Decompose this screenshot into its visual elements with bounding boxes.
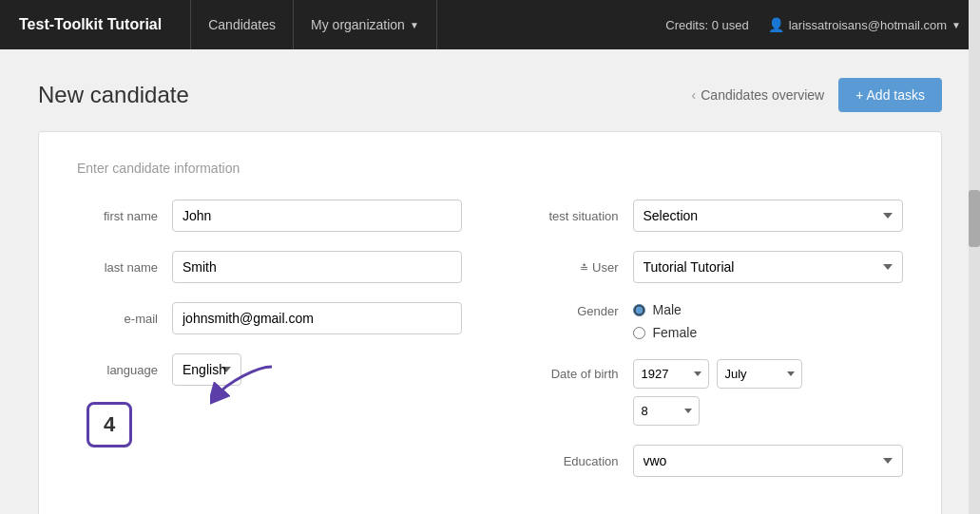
annotation-bubble: 4 xyxy=(86,402,132,447)
last-name-group: last name xyxy=(77,251,462,283)
user-label: ≛ User xyxy=(519,260,633,275)
header-nav: Candidates My organization ▼ xyxy=(190,0,665,49)
user-icon: 👤 xyxy=(768,17,784,32)
chevron-left-icon: ‹ xyxy=(692,87,697,103)
first-name-input[interactable] xyxy=(172,200,462,232)
top-bar-right: ‹ Candidates overview + Add tasks xyxy=(692,78,942,112)
language-label: language xyxy=(77,363,172,377)
form-section-title: Enter candidate information xyxy=(77,161,903,176)
chevron-down-icon: ▼ xyxy=(410,20,419,30)
dob-row2: 8 xyxy=(633,396,802,426)
top-bar: New candidate ‹ Candidates overview + Ad… xyxy=(38,78,942,112)
dob-selects: 1927 1928 1990 January February March Ap… xyxy=(633,359,802,426)
user-group: ≛ User Tutorial Tutorial xyxy=(519,251,904,283)
add-tasks-button[interactable]: + Add tasks xyxy=(838,78,942,112)
page-title: New candidate xyxy=(38,82,189,108)
first-name-label: first name xyxy=(77,209,172,223)
user-select[interactable]: Tutorial Tutorial xyxy=(633,251,904,283)
education-select[interactable]: vwo hbo wo mbo xyxy=(633,445,904,477)
dob-day-select[interactable]: 8 xyxy=(633,396,700,426)
form-left-col: first name last name e-mail language xyxy=(77,200,462,496)
dob-label: Date of birth xyxy=(519,359,633,381)
last-name-input[interactable] xyxy=(172,251,462,283)
header: Test-Toolkit Tutorial Candidates My orga… xyxy=(0,0,980,49)
email-input[interactable] xyxy=(172,302,462,334)
gender-group: Gender Male Female xyxy=(519,302,904,340)
email-label: e-mail xyxy=(77,312,172,326)
credits-display: Credits: 0 used xyxy=(665,18,748,32)
page-content: New candidate ‹ Candidates overview + Ad… xyxy=(0,49,980,514)
test-situation-select[interactable]: Selection Development Screening xyxy=(633,200,904,232)
form-body: first name last name e-mail language xyxy=(77,200,903,496)
candidates-overview-link[interactable]: ‹ Candidates overview xyxy=(692,87,825,103)
dob-year-select[interactable]: 1927 1928 1990 xyxy=(633,359,709,389)
email-group: e-mail xyxy=(77,302,462,334)
dob-month-select[interactable]: January February March April May June Ju… xyxy=(717,359,802,389)
scrollbar-thumb[interactable] xyxy=(969,190,980,247)
first-name-group: first name xyxy=(77,200,462,232)
chevron-down-icon: ▼ xyxy=(951,20,961,30)
header-right: Credits: 0 used 👤 larissatroisans@hotmai… xyxy=(665,17,961,32)
nav-my-organization[interactable]: My organization ▼ xyxy=(294,0,437,49)
gender-male-radio[interactable] xyxy=(633,304,645,316)
education-label: Education xyxy=(519,454,633,468)
test-situation-group: test situation Selection Development Scr… xyxy=(519,200,904,232)
scrollbar[interactable] xyxy=(969,0,980,514)
dob-row1: 1927 1928 1990 January February March Ap… xyxy=(633,359,802,389)
gender-radio-group: Male Female xyxy=(633,302,698,340)
annotation-arrow xyxy=(210,357,286,405)
gender-male-option[interactable]: Male xyxy=(633,302,698,317)
app-title: Test-Toolkit Tutorial xyxy=(19,16,162,33)
last-name-label: last name xyxy=(77,260,172,275)
education-group: Education vwo hbo wo mbo xyxy=(519,445,904,477)
language-group: language English Dutch French German Spa… xyxy=(77,353,462,386)
gender-label: Gender xyxy=(519,302,633,318)
form-card: Enter candidate information first name l… xyxy=(38,131,942,514)
dob-group: Date of birth 1927 1928 1990 January Feb… xyxy=(519,359,904,426)
form-right-col: test situation Selection Development Scr… xyxy=(519,200,904,496)
nav-candidates[interactable]: Candidates xyxy=(190,0,294,49)
gender-female-option[interactable]: Female xyxy=(633,325,698,340)
language-select-wrapper: English Dutch French German Spanish xyxy=(172,353,462,386)
user-menu[interactable]: 👤 larissatroisans@hotmail.com ▼ xyxy=(768,17,961,32)
gender-female-radio[interactable] xyxy=(633,327,645,339)
test-situation-label: test situation xyxy=(519,209,633,223)
